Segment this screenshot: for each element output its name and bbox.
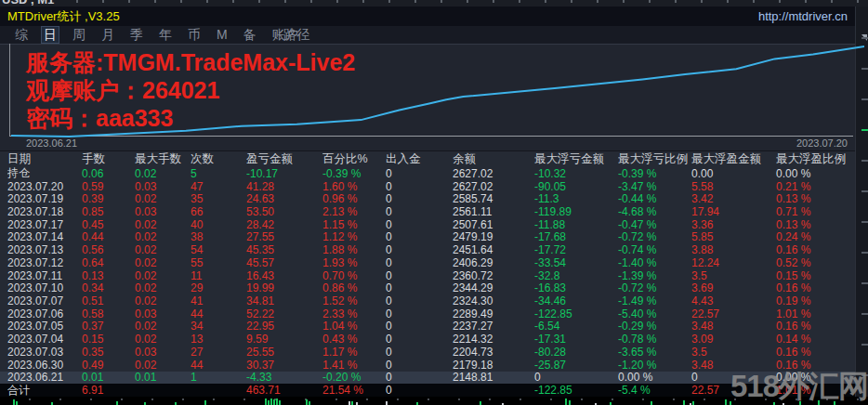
cell: 0.58 (82, 307, 135, 320)
cell: 0 (386, 269, 453, 282)
cell: 21.54 % (322, 384, 386, 397)
table-row[interactable]: 持仓0.060.025-10.17-0.39 %02627.02-10.32-0… (0, 167, 857, 180)
table-row[interactable]: 2023.07.190.390.023524.630.96 %02585.74-… (0, 192, 857, 205)
cell: 0.00 % (776, 167, 857, 180)
cell: 0 (386, 180, 453, 193)
account-info-overlay: 服务器:TMGM.TradeMax-Live2 观摩账户：264021 密码：a… (26, 48, 355, 132)
cell: 38 (191, 230, 246, 243)
cell: 0.49 (82, 359, 135, 372)
table-row[interactable]: 2023.07.060.580.034452.222.33 %02289.49-… (0, 307, 857, 320)
cell: 0.02 (135, 218, 191, 231)
table-row[interactable]: 2023.07.100.340.022919.990.86 %02344.29-… (0, 281, 857, 294)
volume-tick (309, 401, 310, 405)
cell: -6.54 (534, 320, 618, 333)
menu-item-3[interactable]: 月 (99, 27, 116, 43)
cell: 0.51 (82, 294, 135, 307)
cell: 0.01 (82, 371, 135, 384)
cell: -10.17 (246, 167, 322, 180)
cell: 30.37 (246, 359, 322, 372)
menu-item-1[interactable]: 日 (42, 27, 59, 43)
price-ruler-tick (861, 252, 868, 254)
cell: 2.13 % (322, 205, 386, 218)
cell: 0 (386, 167, 453, 180)
cell: 0.37 (82, 320, 135, 333)
cell: 0.02 (135, 269, 191, 282)
table-row[interactable]: 2023.07.070.510.024134.811.52 %02324.30-… (0, 294, 857, 307)
menu-item-7[interactable]: M (215, 27, 230, 43)
cell: 0.45 (82, 218, 135, 231)
cell: 1.12 % (322, 230, 386, 243)
menu-item-6[interactable]: 币 (186, 27, 203, 43)
cell: -3.65 % (618, 346, 691, 359)
cell: 66 (191, 205, 246, 218)
menu-item-path[interactable]: 路径 (282, 27, 311, 43)
table-row[interactable]: 2023.07.180.850.036653.502.13 %02561.11-… (0, 205, 857, 218)
table-row[interactable]: 2023.07.050.370.023422.951.04 %02237.27-… (0, 320, 857, 333)
cell: 0.86 % (322, 281, 386, 294)
cell: 0.02 (135, 294, 191, 307)
volume-tick (651, 401, 652, 405)
menu-item-4[interactable]: 季 (128, 27, 145, 43)
row-date-label: 2023.06.30 (7, 359, 82, 372)
row-date-label: 2023.07.10 (7, 281, 82, 294)
cell: 3.09 (691, 333, 776, 346)
price-ruler-tick (861, 37, 868, 39)
table-row[interactable]: 2023.07.030.350.032725.551.17 %02204.73-… (0, 346, 857, 359)
cell: 1.60 % (322, 180, 386, 193)
table-row[interactable]: 2023.07.130.560.025445.351.88 %02451.64-… (0, 243, 857, 256)
menu-item-5[interactable]: 年 (157, 27, 174, 43)
cell: 0.34 (82, 281, 135, 294)
cell: 22.95 (246, 320, 322, 333)
cell: 3.42 (691, 192, 776, 205)
cell: 0.35 (82, 346, 135, 359)
cell: -1.49 % (618, 294, 691, 307)
table-row[interactable]: 2023.07.200.590.034741.281.60 %02627.02-… (0, 180, 857, 193)
volume-tick (386, 401, 388, 405)
cell: 0.16 % (776, 281, 857, 294)
cell: -0.44 % (618, 192, 691, 205)
cell: 0.43 % (322, 333, 386, 346)
menu-item-2[interactable]: 周 (71, 27, 87, 43)
table-row[interactable]: 2023.07.170.450.024028.421.15 %02507.61-… (0, 218, 857, 231)
cell: 28.42 (246, 218, 322, 231)
table-row[interactable]: 2023.07.040.150.02139.590.43 %02214.32-1… (0, 333, 857, 346)
cell: 0.03 (135, 307, 191, 320)
cell: 0.13 % (776, 192, 857, 205)
table-row-total[interactable]: 合计6.91463.7121.54 %0-122.85-5.4 %22.571.… (0, 384, 857, 397)
cell: -17.31 (534, 333, 618, 346)
table-row[interactable]: 2023.07.140.440.023827.551.12 %02479.19-… (0, 231, 857, 244)
cell: 45.35 (246, 243, 322, 256)
table-row[interactable]: 2023.06.210.010.011-4.33-0.20 %02148.810… (0, 372, 857, 385)
price-ruler-tick (861, 344, 868, 346)
volume-tick (569, 400, 571, 405)
cell: 0.16 % (776, 243, 857, 256)
menu-item-8[interactable]: 备 (242, 27, 258, 43)
cell: -1.40 % (618, 256, 691, 269)
cell: 3.5 (691, 346, 776, 359)
table-row[interactable]: 2023.06.300.490.024430.371.41 %02179.18-… (0, 359, 857, 372)
menu-item-0[interactable]: 综 (13, 27, 30, 43)
cell: -0.72 % (618, 230, 691, 243)
app-url-link[interactable]: http://mtdriver.cn (758, 9, 848, 23)
cell: 0.00 (691, 167, 776, 180)
cell: 1.15 % (322, 218, 386, 231)
row-date-label: 2023.07.04 (7, 333, 82, 346)
cell: 2148.81 (453, 371, 534, 384)
cell: -32.8 (534, 269, 618, 282)
column-header-10: 最大浮盈金额 (691, 151, 776, 167)
cell: 3.69 (691, 281, 776, 294)
cell: -0.29 % (618, 320, 691, 333)
cell: -11.3 (534, 192, 618, 205)
cell: -5.4 % (618, 384, 691, 397)
table-row[interactable]: 2023.07.110.130.021116.430.70 %02360.72-… (0, 269, 857, 282)
cell: -10.32 (534, 167, 618, 180)
row-date-label: 2023.07.14 (7, 230, 82, 243)
cell: 2344.29 (453, 281, 534, 294)
cell: 2585.74 (453, 192, 534, 205)
column-header-11: 最大浮盈比例 (776, 151, 857, 167)
row-date-label: 2023.07.13 (7, 243, 82, 256)
cell: 1.93 % (322, 256, 386, 269)
table-row[interactable]: 2023.07.120.640.025545.571.93 %02406.29-… (0, 256, 857, 269)
cell: 12.24 (691, 256, 776, 269)
cell: -122.85 (534, 307, 618, 320)
